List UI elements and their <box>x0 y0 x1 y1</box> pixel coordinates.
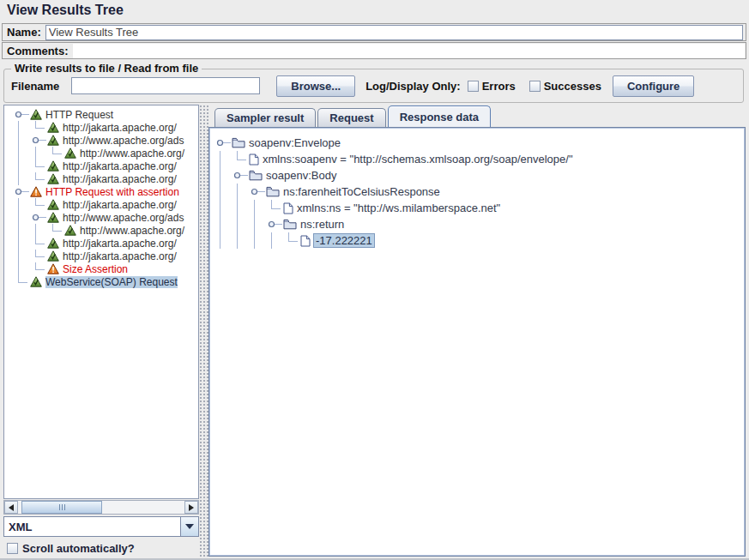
name-label: Name: <box>3 26 45 39</box>
tree-indent-guide <box>232 200 249 216</box>
result-tree-node[interactable]: http://jakarta.apache.org/ <box>13 121 198 134</box>
tree-connector <box>232 151 249 167</box>
tree-connector <box>47 224 64 237</box>
tree-indent-guide <box>13 198 30 211</box>
page-title: View Results Tree <box>7 3 124 18</box>
filename-label: Filename <box>11 80 59 93</box>
result-tree-node[interactable]: http://jakarta.apache.org/ <box>13 250 198 262</box>
expand-handle-icon[interactable] <box>266 218 283 231</box>
xml-tree-node[interactable]: soapenv:Body <box>214 167 745 184</box>
tree-indent-guide <box>214 232 232 249</box>
results-tree-panel: HTTP Requesthttp://jakarta.apache.org/ht… <box>3 105 199 557</box>
result-detail-panel: Sampler resultRequestResponse data soape… <box>208 106 746 557</box>
xml-tree-node[interactable]: -17.222221 <box>214 232 745 249</box>
result-tree-node[interactable]: WebService(SOAP) Request <box>13 275 198 288</box>
dropdown-button[interactable] <box>180 517 198 536</box>
tree-connector <box>30 262 47 275</box>
tree-connector <box>30 237 47 250</box>
scroll-automatically-checkbox[interactable] <box>7 543 18 554</box>
tree-indent-guide <box>13 237 30 250</box>
tree-indent-guide <box>232 216 249 232</box>
results-tree: HTTP Requesthttp://jakarta.apache.org/ht… <box>3 105 199 499</box>
result-tree-node[interactable]: Size Assertion <box>13 262 198 275</box>
successes-label: Successes <box>544 80 601 93</box>
result-tree-node[interactable]: http://www.apache.org/ <box>13 224 198 237</box>
tab-bar: Sampler resultRequestResponse data <box>208 106 746 127</box>
name-input[interactable] <box>45 25 743 40</box>
tree-indent-guide <box>249 200 266 216</box>
tab-sampler-result[interactable]: Sampler result <box>214 108 316 127</box>
scroll-left-button[interactable] <box>4 501 18 514</box>
tree-connector <box>13 275 30 288</box>
success-icon <box>47 212 59 223</box>
tree-node-label: http://jakarta.apache.org/ <box>63 250 177 262</box>
tree-indent-guide <box>214 216 232 232</box>
failure-icon <box>47 263 59 274</box>
result-tree-node[interactable]: http://www.apache.org/ <box>13 147 198 160</box>
expand-handle-icon[interactable] <box>249 185 266 198</box>
tab-response-data[interactable]: Response data <box>388 105 491 127</box>
tree-indent-guide <box>214 167 232 184</box>
comments-input[interactable] <box>73 44 745 58</box>
tree-node-label: http://jakarta.apache.org/ <box>63 160 177 172</box>
success-icon <box>47 238 59 249</box>
errors-checkbox[interactable] <box>468 81 479 92</box>
folder-icon <box>249 170 263 181</box>
expand-handle-icon[interactable] <box>13 185 30 198</box>
expand-handle-icon[interactable] <box>30 134 47 147</box>
result-tree-node[interactable]: HTTP Request <box>13 108 198 121</box>
tree-indent-guide <box>214 151 232 167</box>
result-tree-node[interactable]: http://www.apache.org/ads <box>13 134 198 147</box>
tree-node-label: http://jakarta.apache.org/ <box>63 238 177 250</box>
result-tree-node[interactable]: HTTP Request with assertion <box>13 185 198 198</box>
success-icon <box>64 225 76 236</box>
doc-icon <box>283 202 293 214</box>
tree-connector <box>47 147 64 160</box>
success-icon <box>30 109 42 120</box>
tree-indent-guide <box>214 184 232 200</box>
xml-tree-node[interactable]: xmlns:soapenv = "http://schemas.xmlsoap.… <box>214 151 745 167</box>
tree-node-label: http://www.apache.org/ads <box>63 135 184 147</box>
expand-handle-icon[interactable] <box>13 108 30 121</box>
result-tree-node[interactable]: http://jakarta.apache.org/ <box>13 172 198 185</box>
browse-button[interactable]: Browse... <box>276 75 355 97</box>
panel-splitter[interactable] <box>199 105 208 557</box>
tree-indent-guide <box>13 121 30 134</box>
tree-indent-guide <box>13 172 30 185</box>
scrollbar-thumb[interactable] <box>21 501 102 514</box>
expand-handle-icon[interactable] <box>30 211 47 224</box>
comments-label: Comments: <box>3 45 73 57</box>
filename-input[interactable] <box>71 77 260 94</box>
expand-handle-icon[interactable] <box>232 169 249 182</box>
tree-node-label: HTTP Request <box>45 109 113 121</box>
tree-indent-guide <box>214 200 232 216</box>
tree-indent-guide <box>30 224 47 237</box>
tree-indent-guide <box>13 211 30 224</box>
tree-connector <box>283 232 300 249</box>
expand-handle-icon[interactable] <box>214 136 232 149</box>
horizontal-scrollbar[interactable] <box>3 500 199 515</box>
result-tree-node[interactable]: http://jakarta.apache.org/ <box>13 160 198 172</box>
xml-tree-node[interactable]: ns:farenheitToCelsiusResponse <box>214 184 745 200</box>
xml-tree-node[interactable]: soapenv:Envelope <box>214 135 745 151</box>
result-tree-node[interactable]: http://jakarta.apache.org/ <box>13 237 198 250</box>
successes-checkbox[interactable] <box>529 81 541 92</box>
tree-node-label: soapenv:Envelope <box>249 136 341 149</box>
success-icon <box>47 135 59 146</box>
result-tree-node[interactable]: http://jakarta.apache.org/ <box>13 198 198 211</box>
tree-indent-guide <box>13 262 30 275</box>
tab-request[interactable]: Request <box>317 108 385 127</box>
xml-tree-node[interactable]: ns:return <box>214 216 745 232</box>
result-tree-node[interactable]: http://www.apache.org/ads <box>13 211 198 224</box>
tree-connector <box>30 172 47 185</box>
tree-node-label: http://www.apache.org/ <box>80 148 184 160</box>
folder-icon <box>232 137 245 148</box>
tree-node-label: http://jakarta.apache.org/ <box>63 199 177 211</box>
success-icon <box>30 276 42 287</box>
format-selector-dropdown[interactable]: XML <box>3 516 199 537</box>
tree-indent-guide <box>249 232 266 249</box>
scroll-right-button[interactable] <box>184 501 198 514</box>
xml-tree-node[interactable]: xmlns:ns = "http://ws.milamberspace.net" <box>214 200 745 216</box>
doc-icon <box>300 235 311 247</box>
configure-button[interactable]: Configure <box>613 75 694 97</box>
